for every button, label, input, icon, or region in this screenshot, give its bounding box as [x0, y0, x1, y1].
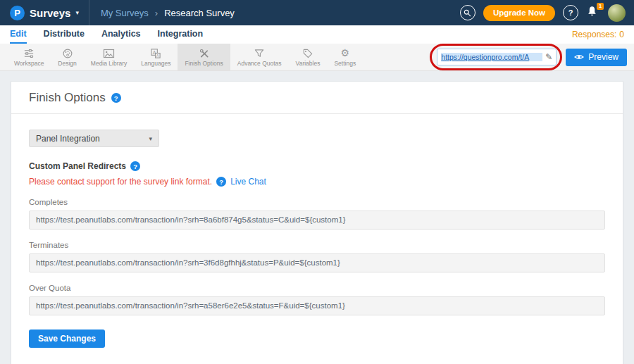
breadcrumb-current-survey: Research Survey [164, 8, 235, 18]
tab-integration[interactable]: Integration [158, 25, 204, 44]
live-chat-link[interactable]: Live Chat [230, 177, 266, 187]
eye-icon [574, 54, 584, 61]
tab-analytics[interactable]: Analytics [101, 25, 141, 44]
section-heading-text: Custom Panel Redirects [29, 161, 126, 171]
avatar[interactable] [608, 4, 626, 22]
chevron-down-icon: ▾ [149, 135, 152, 142]
toolbar-item-workspace[interactable]: Workspace [7, 44, 51, 70]
media-library-icon [103, 47, 115, 59]
save-changes-button[interactable]: Save Changes [29, 330, 105, 348]
toolbar-item-variables[interactable]: Variables [289, 44, 328, 70]
upgrade-now-button[interactable]: Upgrade Now [483, 5, 555, 21]
toolbar-item-label: Finish Options [185, 60, 223, 67]
finish-options-tools-icon [199, 47, 210, 59]
svg-text:A: A [156, 54, 159, 58]
toolbar-item-label: Advance Quotas [237, 60, 282, 67]
tab-distribute[interactable]: Distribute [44, 25, 85, 44]
card-body: Panel Integration ▾ Custom Panel Redirec… [11, 114, 623, 364]
page-title: Finish Options [29, 91, 106, 105]
questionpro-logo: P [10, 6, 25, 20]
terminates-label: Terminates [29, 241, 605, 249]
notifications-bell-icon[interactable]: 1 [586, 6, 600, 20]
survey-url-wrap: https://questionpro.com/t/A ✎ [437, 49, 557, 65]
custom-panel-redirects-heading: Custom Panel Redirects ? [29, 161, 605, 171]
help-icon[interactable]: ? [563, 5, 578, 20]
toolbar-item-label: Design [58, 60, 76, 67]
toolbar-item-design[interactable]: Design [51, 44, 83, 70]
support-note-row: Please contact support for the survey li… [29, 177, 605, 187]
redirects-help-icon[interactable]: ? [130, 161, 140, 171]
preview-label: Preview [588, 52, 619, 62]
app-window: P Surveys ▾ My Surveys › Research Survey… [0, 0, 634, 364]
breadcrumb-my-surveys[interactable]: My Surveys [101, 8, 149, 18]
search-icon[interactable] [460, 5, 476, 20]
toolbar-item-languages[interactable]: A A Languages [134, 44, 178, 70]
survey-url-input[interactable]: https://questionpro.com/t/A ✎ [437, 49, 557, 65]
tab-edit[interactable]: Edit [10, 25, 27, 44]
gear-icon: ⚙ [341, 47, 350, 59]
completes-label: Completes [29, 198, 605, 206]
terminates-url-field[interactable]: https://test.peanutlabs.com/transaction/… [29, 253, 605, 272]
over-quota-field-group: Over Quota https://test.peanutlabs.com/t… [29, 284, 605, 315]
variables-tag-icon [302, 47, 313, 59]
design-palette-icon [62, 47, 73, 59]
dropdown-selected-value: Panel Integration [36, 134, 100, 144]
finish-options-help-icon[interactable]: ? [111, 93, 121, 103]
breadcrumb-separator-icon: › [155, 8, 158, 18]
edit-toolbar: Workspace Design [0, 44, 634, 71]
toolbar-item-label: Settings [334, 60, 356, 67]
breadcrumb: My Surveys › Research Survey [89, 8, 235, 18]
responses-counter: Responses: 0 [572, 30, 624, 39]
toolbar-item-label: Workspace [14, 60, 44, 67]
completes-field-group: Completes https://test.peanutlabs.com/tr… [29, 198, 605, 230]
toolbar-item-label: Variables [296, 60, 321, 67]
workspace-icon [23, 47, 35, 59]
toolbar-item-media-library[interactable]: Media Library [84, 44, 135, 70]
magnifier-glyph [463, 8, 472, 18]
toolbar-right: https://questionpro.com/t/A ✎ Preview [437, 44, 634, 70]
product-switcher[interactable]: P Surveys ▾ [0, 0, 89, 25]
languages-icon: A A [150, 47, 161, 59]
toolbar-item-label: Languages [141, 60, 170, 67]
card-header: Finish Options ? [11, 82, 623, 114]
toolbar-item-finish-options[interactable]: Finish Options [178, 44, 230, 70]
survey-nav-tabs: Edit Distribute Analytics Integration Re… [0, 25, 634, 44]
notification-badge: 1 [597, 3, 604, 10]
main-content: Finish Options ? Panel Integration ▾ Cus… [0, 71, 634, 364]
responses-count: 0 [619, 30, 624, 39]
svg-text:A: A [153, 50, 156, 55]
responses-label: Responses: [572, 30, 616, 39]
advance-quotas-funnel-icon [254, 47, 265, 59]
toolbar-item-advance-quotas[interactable]: Advance Quotas [230, 44, 289, 70]
completes-url-field[interactable]: https://test.peanutlabs.com/transaction/… [29, 211, 605, 230]
preview-button[interactable]: Preview [566, 49, 627, 66]
toolbar-item-settings[interactable]: ⚙ Settings [327, 44, 363, 70]
live-chat-help-icon[interactable]: ? [216, 177, 226, 187]
edit-url-pencil-icon[interactable]: ✎ [545, 52, 552, 62]
survey-url-text: https://questionpro.com/t/A [441, 53, 542, 61]
chevron-down-icon: ▾ [75, 9, 79, 16]
panel-integration-dropdown[interactable]: Panel Integration ▾ [29, 130, 159, 147]
topbar-actions: Upgrade Now ? 1 [460, 4, 634, 22]
app-name: Surveys [30, 7, 70, 19]
over-quota-url-field[interactable]: https://test.peanutlabs.com/transaction/… [29, 296, 605, 315]
over-quota-label: Over Quota [29, 284, 605, 292]
support-note-text: Please contact support for the survey li… [29, 177, 212, 187]
topbar: P Surveys ▾ My Surveys › Research Survey… [0, 0, 634, 25]
finish-options-card: Finish Options ? Panel Integration ▾ Cus… [11, 81, 623, 364]
toolbar-item-label: Media Library [91, 60, 128, 67]
terminates-field-group: Terminates https://test.peanutlabs.com/t… [29, 241, 605, 272]
